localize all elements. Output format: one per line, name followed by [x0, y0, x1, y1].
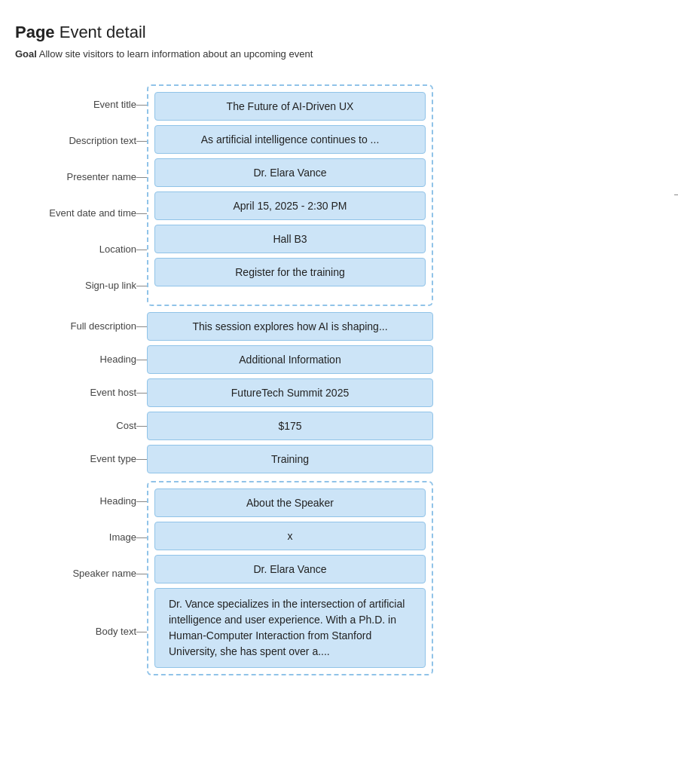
- footer-dashed-box: About the Speaker x Dr. Elara Vance Dr. …: [147, 481, 433, 675]
- signup-link-box[interactable]: Register for the training: [154, 258, 426, 286]
- heading-additional-box: Additional Information: [147, 345, 433, 374]
- label-description-text: Description text: [15, 125, 147, 157]
- label-signup-link: Sign-up link: [15, 270, 147, 302]
- footer-section-wrapper: Heading Image Speaker name Body text Abo…: [15, 481, 663, 675]
- label-cost: Cost: [15, 420, 147, 431]
- header-labels-col: Event title Description text Presenter n…: [15, 84, 147, 306]
- label-location: Location: [15, 234, 147, 265]
- label-event-host: Event host: [15, 387, 147, 398]
- goal-text: Goal Allow site visitors to learn inform…: [15, 47, 663, 62]
- cost-box: $175: [147, 412, 433, 440]
- header-section-label: Header section: [674, 190, 678, 201]
- label-heading-speaker: Heading: [15, 485, 147, 517]
- full-description-box: This session explores how AI is shaping.…: [147, 312, 433, 341]
- speaker-name-box: Dr. Elara Vance: [154, 555, 426, 583]
- header-dashed-box: The Future of AI-Driven UX As artificial…: [147, 84, 433, 306]
- location-box: Hall B3: [154, 225, 426, 253]
- row-full-description: Full description This session explores h…: [15, 312, 663, 341]
- row-event-type: Event type Training: [15, 445, 663, 473]
- page-title: Page Event detail: [15, 23, 663, 42]
- label-event-type: Event type: [15, 453, 147, 464]
- heading-speaker-box: About the Speaker: [154, 488, 426, 517]
- label-heading-additional: Heading: [15, 354, 147, 365]
- page-wrapper: Page Event detail Goal Allow site visito…: [15, 23, 663, 675]
- label-image: Image: [15, 522, 147, 553]
- presenter-name-box: Dr. Elara Vance: [154, 158, 426, 187]
- row-event-host: Event host FutureTech Summit 2025: [15, 378, 663, 407]
- image-box: x: [154, 522, 426, 550]
- label-event-date: Event date and time: [15, 198, 147, 229]
- label-full-description: Full description: [15, 320, 147, 332]
- event-type-box: Training: [147, 445, 433, 473]
- footer-labels-col: Heading Image Speaker name Body text: [15, 481, 147, 675]
- row-cost: Cost $175: [15, 412, 663, 440]
- row-heading-additional: Heading Additional Information: [15, 345, 663, 374]
- event-host-box: FutureTech Summit 2025: [147, 378, 433, 407]
- description-text-box: As artificial intelligence continues to …: [154, 125, 426, 154]
- header-section-wrapper: Event title Description text Presenter n…: [15, 84, 663, 306]
- event-title-box: The Future of AI-Driven UX: [154, 92, 426, 121]
- label-speaker-name: Speaker name: [15, 558, 147, 590]
- label-body-text: Body text: [15, 594, 147, 669]
- body-text-box: Dr. Vance specializes in the intersectio…: [154, 588, 426, 668]
- label-presenter-name: Presenter name: [15, 161, 147, 193]
- label-event-title: Event title: [15, 89, 147, 121]
- event-date-box: April 15, 2025 - 2:30 PM: [154, 191, 426, 220]
